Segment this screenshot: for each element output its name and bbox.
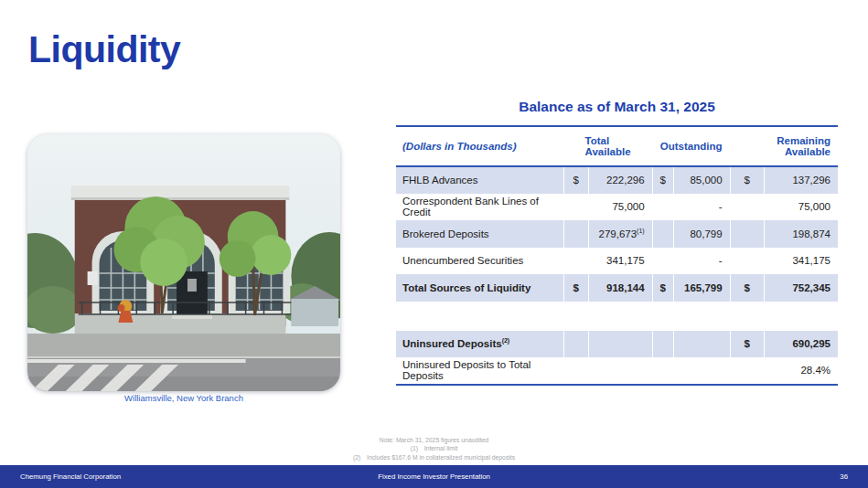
cell-label: FHLB Advances: [396, 166, 563, 194]
footnote-line: (1) Internal limit: [0, 444, 868, 452]
cell-value: 75,000: [588, 194, 652, 221]
cell-dollar: [563, 357, 588, 385]
cell-value: 222,296: [588, 166, 652, 194]
footnote-line: Note: March 31, 2025 figures unaudited: [0, 436, 868, 444]
cell-dollar: [563, 220, 588, 248]
cell-value: 165,799: [673, 274, 730, 302]
cell-value: -: [673, 248, 730, 275]
cell-dollar: [730, 248, 764, 275]
cell-dollar: [563, 331, 588, 358]
liquidity-table: (Dollars in Thousands) Total Available O…: [396, 125, 838, 302]
cell-label: Uninsured Deposits(2): [396, 331, 563, 358]
cell-label: Total Sources of Liquidity: [396, 274, 563, 302]
cell-dollar: [730, 194, 764, 221]
table-row-correspondent-lines: Correspondent Bank Lines of Credit 75,00…: [396, 194, 838, 221]
footer-company: Chemung Financial Corporation: [20, 472, 296, 481]
cell-dollar: $: [730, 331, 764, 358]
branch-photo: [27, 134, 340, 391]
cell-value: 341,175: [588, 248, 652, 275]
page-title: Liquidity: [28, 28, 180, 71]
table-row-uninsured-deposits: Uninsured Deposits(2) $ 690,295: [396, 331, 838, 358]
footnote-marker: (1): [637, 228, 645, 234]
cell-dollar: [652, 194, 673, 221]
cell-dollar: [652, 248, 673, 275]
footer-bar: Chemung Financial Corporation Fixed Inco…: [0, 465, 868, 488]
col-header-remaining-available: Remaining Available: [730, 126, 838, 166]
cell-value: 279,673(1): [588, 220, 652, 248]
cell-dollar: [652, 357, 673, 385]
cell-value: 80,799: [673, 220, 730, 248]
cell-label: Correspondent Bank Lines of Credit: [396, 194, 563, 221]
branch-building-illustration: [27, 134, 340, 391]
cell-value: 198,874: [764, 220, 838, 248]
cell-dollar: $: [563, 274, 588, 302]
cell-dollar: [563, 248, 588, 275]
col-header-outstanding: Outstanding: [652, 126, 730, 166]
table-row-fhlb-advances: FHLB Advances $ 222,296 $ 85,000 $ 137,2…: [396, 166, 838, 194]
cell-dollar: [652, 331, 673, 358]
cell-value: 28.4%: [764, 357, 838, 385]
footnote-line: (2) Includes $167.6 M in collateralized …: [0, 453, 868, 461]
cell-dollar: [730, 220, 764, 248]
cell-value: 85,000: [673, 166, 730, 194]
photo-caption: Williamsville, New York Branch: [27, 393, 340, 403]
footer-presentation-title: Fixed Income Investor Presentation: [296, 472, 573, 481]
cell-value: 918,144: [588, 274, 652, 302]
cell-label: Brokered Deposits: [396, 220, 563, 248]
cell-value: [588, 357, 652, 385]
cell-value: -: [673, 194, 730, 221]
cell-value: 752,345: [764, 274, 838, 302]
footnotes: Note: March 31, 2025 figures unaudited (…: [0, 436, 868, 461]
cell-label: Uninsured Deposits to Total Deposits: [396, 357, 563, 385]
table-row-brokered-deposits: Brokered Deposits 279,673(1) 80,799 198,…: [396, 220, 838, 248]
table-row-unencumbered-securities: Unencumbered Securities 341,175 - 341,17…: [396, 248, 838, 275]
cell-dollar: $: [652, 166, 673, 194]
table-row-uninsured-ratio: Uninsured Deposits to Total Deposits 28.…: [396, 357, 838, 385]
cell-value: [673, 357, 730, 385]
cell-value: 690,295: [764, 331, 838, 358]
cell-value: [673, 331, 730, 358]
footer-page-number: 36: [572, 472, 848, 481]
table-title: Balance as of March 31, 2025: [396, 99, 838, 115]
table-header-row: (Dollars in Thousands) Total Available O…: [396, 126, 838, 166]
cell-dollar: $: [652, 274, 673, 302]
cell-value: [588, 331, 652, 358]
cell-value: 341,175: [764, 248, 838, 275]
table-row-total-sources: Total Sources of Liquidity $ 918,144 $ 1…: [396, 274, 838, 302]
cell-dollar: [563, 194, 588, 221]
col-header-dollars-in-thousands: (Dollars in Thousands): [396, 126, 563, 166]
cell-value: 137,296: [764, 166, 838, 194]
liquidity-table-section: Balance as of March 31, 2025 (Dollars in…: [396, 99, 838, 386]
cell-dollar: $: [730, 166, 764, 194]
cell-dollar: [730, 357, 764, 385]
cell-dollar: $: [730, 274, 764, 302]
footnote-marker: (2): [502, 337, 510, 344]
cell-label: Unencumbered Securities: [396, 248, 563, 275]
cell-dollar: [652, 220, 673, 248]
cell-value: 75,000: [764, 194, 838, 221]
uninsured-deposits-table: Uninsured Deposits(2) $ 690,295 Uninsure…: [396, 331, 838, 386]
col-header-total-available: Total Available: [563, 126, 652, 166]
cell-dollar: $: [563, 166, 588, 194]
